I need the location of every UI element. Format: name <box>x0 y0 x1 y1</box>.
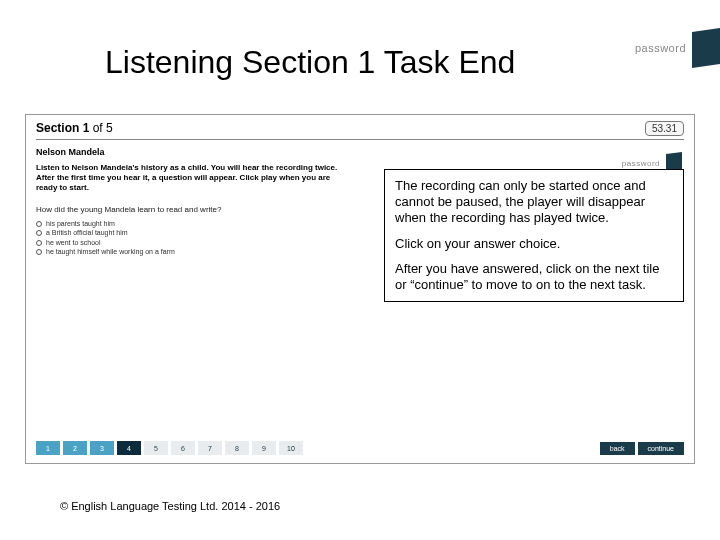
slide-title: Listening Section 1 Task End <box>105 44 515 81</box>
panel-brand-text: password <box>622 159 660 168</box>
task-subtitle: Nelson Mandela <box>36 147 105 157</box>
timer-display: 53.31 <box>645 121 684 136</box>
choice-label: his parents taught him <box>46 219 115 228</box>
tile-8[interactable]: 8 <box>225 441 249 455</box>
choice-label: a British official taught him <box>46 228 128 237</box>
radio-icon[interactable] <box>36 221 42 227</box>
brand-logo-icon <box>692 28 720 68</box>
section-number: Section 1 <box>36 121 89 135</box>
choice-row[interactable]: he taught himself while working on a far… <box>36 247 175 256</box>
section-header: Section 1 of 5 <box>26 115 694 137</box>
callout-p3: After you have answered, click on the ne… <box>395 261 673 293</box>
continue-button[interactable]: continue <box>638 442 684 455</box>
brand-logo-text: password <box>635 42 686 54</box>
section-total: of 5 <box>89 121 112 135</box>
radio-icon[interactable] <box>36 230 42 236</box>
tile-1[interactable]: 1 <box>36 441 60 455</box>
choice-row[interactable]: a British official taught him <box>36 228 175 237</box>
choice-label: he taught himself while working on a far… <box>46 247 175 256</box>
divider-line <box>36 139 684 140</box>
nav-buttons: back continue <box>600 442 684 455</box>
callout-p1: The recording can only be started once a… <box>395 178 673 226</box>
choice-label: he went to school <box>46 238 100 247</box>
brand-logo: password <box>635 30 720 66</box>
tile-5[interactable]: 5 <box>144 441 168 455</box>
tile-6[interactable]: 6 <box>171 441 195 455</box>
instruction-line-2: After the first time you hear it, a ques… <box>36 173 346 193</box>
tile-9[interactable]: 9 <box>252 441 276 455</box>
radio-icon[interactable] <box>36 240 42 246</box>
choice-row[interactable]: he went to school <box>36 238 175 247</box>
tile-7[interactable]: 7 <box>198 441 222 455</box>
progress-tiles: 1 2 3 4 5 6 7 8 9 10 <box>36 441 303 455</box>
instruction-callout: The recording can only be started once a… <box>384 169 684 302</box>
tile-4[interactable]: 4 <box>117 441 141 455</box>
choice-row[interactable]: his parents taught him <box>36 219 175 228</box>
tile-2[interactable]: 2 <box>63 441 87 455</box>
back-button[interactable]: back <box>600 442 635 455</box>
tile-3[interactable]: 3 <box>90 441 114 455</box>
test-panel: Section 1 of 5 53.31 Nelson Mandela List… <box>25 114 695 464</box>
instruction-line-1: Listen to Nelson Mandela's history as a … <box>36 163 346 173</box>
callout-p2: Click on your answer choice. <box>395 236 673 252</box>
answer-choices: his parents taught him a British officia… <box>36 219 175 257</box>
radio-icon[interactable] <box>36 249 42 255</box>
copyright-text: © English Language Testing Ltd. 2014 - 2… <box>60 500 280 512</box>
tile-10[interactable]: 10 <box>279 441 303 455</box>
question-text: How did the young Mandela learn to read … <box>36 205 221 214</box>
task-instructions: Listen to Nelson Mandela's history as a … <box>36 163 346 193</box>
